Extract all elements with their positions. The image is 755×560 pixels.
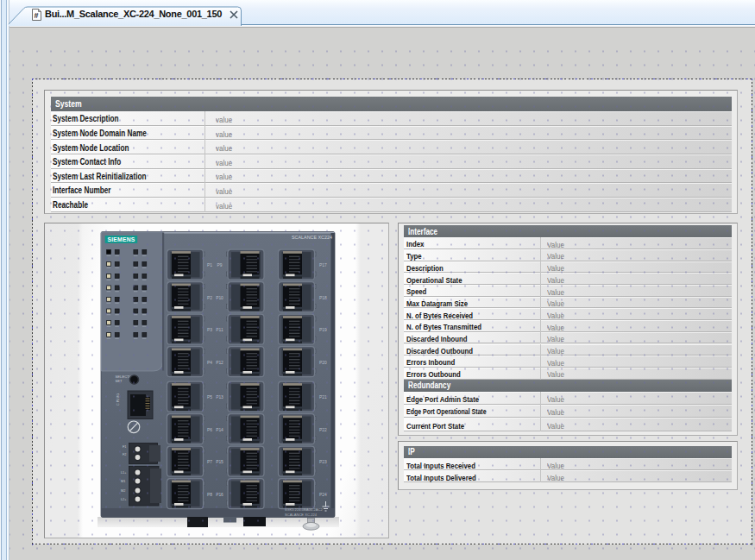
svg-text:P20: P20 (319, 360, 327, 364)
svg-text:P15: P15 (216, 460, 223, 464)
svg-text:P4: P4 (207, 360, 212, 364)
svg-text:P21: P21 (319, 395, 327, 400)
svg-text:P7: P7 (207, 460, 212, 464)
svg-text:P11: P11 (216, 328, 223, 332)
svg-text:SCALANCE XC-224: SCALANCE XC-224 (285, 512, 318, 516)
svg-text:SCALANCE XC224: SCALANCE XC224 (292, 234, 332, 239)
svg-text:F2: F2 (123, 453, 126, 456)
svg-text:P5: P5 (207, 395, 212, 400)
svg-text:6GK5 224-0BA00-2AC2: 6GK5 224-0BA00-2AC2 (285, 507, 323, 512)
svg-text:P19: P19 (319, 328, 327, 332)
svg-text:P8: P8 (207, 492, 212, 496)
svg-text:F1: F1 (123, 445, 126, 449)
svg-text:L1+: L1+ (121, 471, 127, 475)
svg-text:P3: P3 (207, 328, 212, 332)
svg-text:P2: P2 (207, 295, 212, 299)
svg-text:P6: P6 (207, 427, 212, 431)
svg-text:SIEMENS: SIEMENS (108, 236, 135, 242)
svg-text:P9: P9 (217, 263, 223, 267)
svg-text:M1: M1 (121, 480, 125, 483)
svg-text:C PLUG: C PLUG (116, 393, 120, 405)
svg-text:P16: P16 (216, 492, 223, 496)
svg-text:SET: SET (116, 379, 123, 383)
svg-text:P1: P1 (207, 263, 212, 267)
svg-text:P23: P23 (319, 460, 327, 464)
svg-text:P13: P13 (216, 395, 223, 400)
svg-text:P18: P18 (319, 295, 327, 299)
svg-text:P14: P14 (216, 427, 223, 431)
svg-text:P10: P10 (216, 295, 223, 299)
svg-text:P17: P17 (319, 263, 327, 267)
svg-text:M2: M2 (121, 489, 125, 493)
svg-text:#: # (34, 11, 38, 20)
svg-text:P22: P22 (319, 427, 327, 431)
svg-text:P24: P24 (319, 492, 327, 496)
svg-text:L2+: L2+ (121, 498, 127, 501)
svg-text:P12: P12 (216, 360, 223, 364)
